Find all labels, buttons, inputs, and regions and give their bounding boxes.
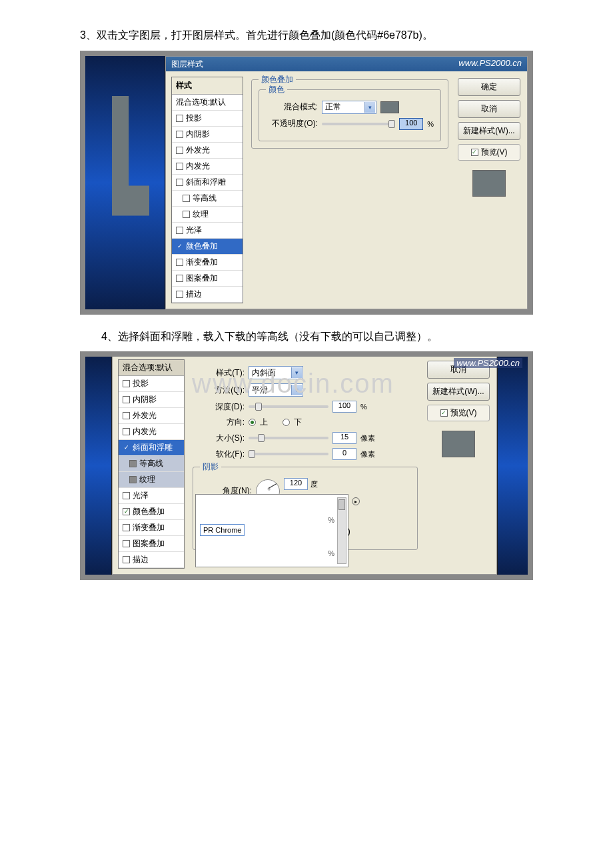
- checkbox-icon[interactable]: [123, 412, 130, 419]
- chevron-down-icon[interactable]: ▾: [291, 367, 302, 378]
- checkbox-icon[interactable]: [176, 131, 183, 138]
- chevron-down-icon[interactable]: ▾: [291, 385, 302, 395]
- size-input[interactable]: 15: [332, 432, 356, 444]
- item-inner-glow[interactable]: 内发光: [172, 159, 243, 175]
- checkbox-icon[interactable]: [176, 179, 183, 186]
- styles-list-2: 混合选项:默认 投影 内阴影 外发光 内发光 斜面和浮雕 等高线 纹理 光泽 颜…: [118, 359, 185, 569]
- chevron-down-icon[interactable]: ▾: [364, 102, 375, 113]
- checkbox-icon[interactable]: [129, 460, 137, 467]
- item-contour[interactable]: 等高线: [172, 191, 243, 207]
- checkbox-icon[interactable]: [123, 380, 130, 387]
- shading-title: 阴影: [200, 461, 221, 473]
- watermark-url: www.PS2000.cn: [458, 58, 522, 68]
- checkbox-icon[interactable]: [123, 396, 130, 403]
- item-color-overlay[interactable]: 颜色叠加: [172, 239, 243, 255]
- ok-button[interactable]: 确定: [458, 78, 520, 96]
- item-drop-shadow[interactable]: 投影: [172, 111, 243, 127]
- item-pattern-overlay[interactable]: 图案叠加: [172, 271, 243, 287]
- radio-down[interactable]: [283, 419, 290, 426]
- screenshot-2: 混合选项:默认 投影 内阴影 外发光 内发光 斜面和浮雕 等高线 纹理 光泽 颜…: [80, 351, 533, 580]
- item-pattern-overlay[interactable]: 图案叠加: [119, 536, 184, 552]
- item-bevel[interactable]: 斜面和浮雕: [172, 175, 243, 191]
- checkbox-icon[interactable]: [176, 259, 183, 266]
- new-style-button[interactable]: 新建样式(W)...: [458, 122, 520, 140]
- item-outer-glow[interactable]: 外发光: [119, 408, 184, 424]
- bevel-panel: 样式(T): 内斜面▾ 方法(Q): 平滑▾ 深度(D): 100 % 方: [190, 359, 420, 569]
- technique-row: 方法(Q): 平滑▾: [193, 383, 418, 397]
- checkbox-icon[interactable]: [183, 195, 190, 202]
- scrollbar[interactable]: [337, 497, 346, 564]
- checkbox-icon[interactable]: [123, 540, 130, 547]
- checkbox-icon[interactable]: [176, 291, 183, 298]
- step3-text: 3、双击文字图层，打开图层样式。首先进行颜色叠加(颜色代码#6e787b)。: [80, 27, 533, 44]
- angle-input[interactable]: 120: [284, 478, 308, 490]
- letter-shape: [112, 96, 149, 216]
- blend-mode-row: 混合模式: 正常 ▾: [266, 101, 434, 114]
- checkbox-icon[interactable]: [176, 147, 183, 154]
- direction-label: 方向:: [193, 417, 245, 428]
- preview-checkbox[interactable]: 预览(V): [458, 144, 520, 161]
- soften-input[interactable]: 0: [332, 448, 356, 460]
- canvas-left: [85, 357, 112, 575]
- depth-input[interactable]: 100: [332, 401, 356, 413]
- checkbox-icon[interactable]: [129, 476, 137, 483]
- depth-slider[interactable]: [249, 405, 328, 408]
- item-texture-sub[interactable]: 纹理: [119, 472, 184, 488]
- checkbox-icon[interactable]: [176, 115, 183, 122]
- dialog-buttons: 确定 取消 新建样式(W)... 预览(V): [456, 77, 522, 303]
- item-inner-shadow[interactable]: 内阴影: [119, 392, 184, 408]
- bevel-style-select[interactable]: 内斜面▾: [249, 366, 303, 379]
- checkbox-icon[interactable]: [471, 149, 478, 156]
- checkbox-icon[interactable]: [176, 227, 183, 234]
- item-contour-sub[interactable]: 等高线: [119, 456, 184, 472]
- blend-mode-label: 混合模式:: [266, 101, 318, 113]
- item-drop-shadow[interactable]: 投影: [119, 376, 184, 392]
- item-satin[interactable]: 光泽: [119, 488, 184, 504]
- checkbox-icon[interactable]: [123, 508, 130, 515]
- item-gradient-overlay[interactable]: 渐变叠加: [172, 255, 243, 271]
- checkbox-icon[interactable]: [123, 428, 130, 435]
- item-bevel-selected[interactable]: 斜面和浮雕: [119, 440, 184, 456]
- item-satin[interactable]: 光泽: [172, 223, 243, 239]
- opacity-unit: %: [427, 120, 434, 128]
- blend-options-2[interactable]: 混合选项:默认: [119, 360, 184, 376]
- checkbox-icon[interactable]: [176, 275, 183, 282]
- radio-up[interactable]: [249, 419, 256, 426]
- dialog-buttons-2: 取消 新建样式(W)... 预览(V): [426, 359, 491, 569]
- item-stroke[interactable]: 描边: [119, 552, 184, 568]
- size-slider[interactable]: [249, 437, 328, 439]
- new-style-button-2[interactable]: 新建样式(W)...: [427, 383, 490, 401]
- item-texture[interactable]: 纹理: [172, 207, 243, 223]
- item-gradient-overlay[interactable]: 渐变叠加: [119, 520, 184, 536]
- technique-select[interactable]: 平滑▾: [249, 383, 303, 397]
- checkbox-icon[interactable]: [123, 524, 130, 531]
- item-color-overlay-checked[interactable]: 颜色叠加: [119, 504, 184, 520]
- item-inner-shadow[interactable]: 内阴影: [172, 127, 243, 143]
- soften-slider[interactable]: [249, 453, 328, 455]
- item-inner-glow[interactable]: 内发光: [119, 424, 184, 440]
- styles-list: 样式 混合选项:默认 投影 内阴影 外发光 内发光 斜面和浮雕 等高线 纹理 光…: [171, 77, 243, 303]
- checkbox-icon[interactable]: [176, 163, 183, 170]
- checkbox-icon[interactable]: [123, 444, 130, 451]
- checkbox-icon[interactable]: [123, 492, 130, 499]
- canvas-preview: [85, 56, 165, 309]
- item-outer-glow[interactable]: 外发光: [172, 143, 243, 159]
- effect-preview-swatch: [472, 170, 506, 197]
- blend-options[interactable]: 混合选项:默认: [172, 95, 243, 111]
- overlay-color-swatch[interactable]: [380, 101, 399, 113]
- blend-mode-select[interactable]: 正常 ▾: [322, 101, 376, 114]
- size-row: 大小(S): 15 像素: [193, 432, 418, 444]
- opacity-input[interactable]: 100: [399, 118, 423, 130]
- item-stroke[interactable]: 描边: [172, 287, 243, 303]
- preview-checkbox-2[interactable]: 预览(V): [427, 405, 490, 421]
- opacity-slider[interactable]: [322, 123, 395, 125]
- contour-picker-popup[interactable]: ▸ PR Chrome % %: [195, 494, 348, 567]
- technique-label: 方法(Q):: [193, 385, 245, 396]
- checkbox-icon[interactable]: [183, 211, 190, 218]
- cancel-button[interactable]: 取消: [458, 100, 520, 118]
- bevel-style-label: 样式(T):: [193, 367, 245, 379]
- checkbox-icon[interactable]: [440, 409, 448, 417]
- color-subgroup: 颜色 混合模式: 正常 ▾ 不透明度(O):: [259, 89, 441, 141]
- checkbox-icon[interactable]: [176, 243, 183, 250]
- checkbox-icon[interactable]: [123, 556, 130, 563]
